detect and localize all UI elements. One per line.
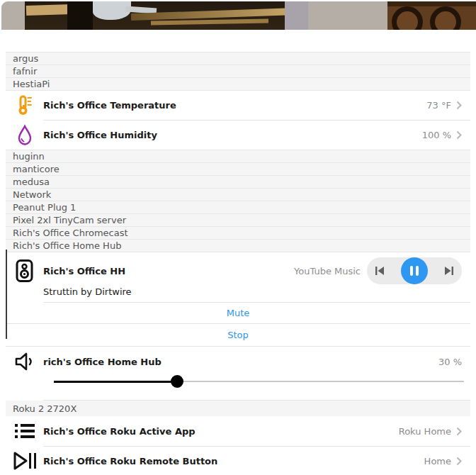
group-label: medusa — [13, 177, 50, 187]
list-item-huginn[interactable]: huginn — [6, 150, 470, 162]
slider-thumb[interactable] — [171, 375, 183, 388]
group-label: Network — [13, 189, 51, 200]
thermometer-icon — [6, 95, 43, 116]
group-label: manticore — [13, 164, 60, 174]
list-icon — [6, 422, 43, 440]
group-label: argus — [13, 53, 38, 64]
photo-shelf-band — [387, 1, 476, 6]
photo-door-strip — [285, 1, 308, 30]
group-label: Rich's Office Home Hub — [13, 240, 121, 251]
group-label: HestiaPi — [13, 79, 50, 89]
list-item-hestiapi[interactable]: HestiaPi — [6, 77, 470, 90]
chevron-right-icon — [456, 457, 462, 466]
entity-title: Rich's Office Humidity — [43, 130, 422, 140]
divider — [43, 400, 470, 401]
photo-bench — [26, 4, 72, 16]
scrollbar[interactable] — [6, 250, 7, 339]
group-label: Pixel 2xl TinyCam server — [13, 215, 126, 225]
list-item-office-chromecast[interactable]: Rich's Office Chromecast — [6, 226, 470, 239]
media-app-name: YouTube Music — [294, 266, 361, 276]
media-controls — [367, 257, 462, 284]
row-humidity-sensor[interactable]: Rich's Office Humidity 100 % — [6, 120, 470, 150]
entity-list: argus fafnir HestiaPi Rich's Office Temp… — [6, 52, 470, 475]
photo-wheel — [430, 6, 461, 30]
mute-label: Mute — [227, 308, 250, 318]
entity-value: Roku Home — [399, 426, 451, 437]
group-label: Rich's Office Chromecast — [13, 228, 128, 238]
stop-button[interactable]: Stop — [6, 324, 470, 347]
list-item-office-home-hub[interactable]: Rich's Office Home Hub — [6, 239, 470, 252]
chevron-right-icon — [456, 427, 462, 436]
entity-value: 73 °F — [426, 100, 451, 111]
media-track-title: Struttin by Dirtwire — [43, 286, 132, 297]
divider — [43, 446, 470, 447]
entity-title: Rich's Office Roku Active App — [43, 426, 399, 437]
row-media-player[interactable]: Rich's Office HH YouTube Music — [6, 252, 470, 303]
list-item-medusa[interactable]: medusa — [6, 175, 470, 188]
pause-icon — [410, 266, 419, 276]
photo-person-vest — [67, 1, 93, 30]
group-label: huginn — [13, 151, 45, 162]
chevron-right-icon — [456, 101, 462, 110]
slider-fill — [54, 381, 177, 383]
list-item-roku-2720x[interactable]: Roku 2 2720X — [6, 401, 470, 416]
volume-value: 30 % — [438, 357, 462, 367]
photo-plank — [151, 19, 268, 26]
entity-value: 100 % — [422, 130, 451, 140]
list-item-network[interactable]: Network — [6, 188, 470, 201]
photo-workbench-area — [25, 1, 285, 30]
row-roku-active-app[interactable]: Rich's Office Roku Active App Roku Home — [6, 416, 470, 446]
photo-wheel — [392, 6, 423, 30]
volume-slider[interactable] — [54, 375, 464, 388]
volume-title: rich's Office Home Hub — [43, 357, 438, 367]
volume-icon — [6, 352, 43, 371]
skip-previous-button[interactable] — [374, 265, 385, 276]
play-pause-icon — [6, 451, 43, 471]
entity-title: Rich's Office Temperature — [43, 100, 426, 111]
list-item-tinycam-server[interactable]: Pixel 2xl TinyCam server — [6, 213, 470, 226]
entity-value: Home — [424, 456, 451, 466]
divider — [43, 120, 470, 121]
divider — [43, 302, 470, 303]
stop-label: Stop — [227, 330, 249, 340]
entity-title: Rich's Office Roku Remote Button — [43, 456, 424, 466]
skip-next-button[interactable] — [443, 265, 455, 276]
list-item-fafnir[interactable]: fafnir — [6, 65, 470, 77]
header-photo[interactable] — [1, 1, 476, 30]
group-label: Peanut Plug 1 — [13, 202, 76, 213]
row-volume-control[interactable]: rich's Office Home Hub 30 % — [6, 347, 470, 401]
speaker-icon — [6, 259, 43, 283]
media-title: Rich's Office HH — [43, 266, 294, 276]
row-roku-remote-button[interactable]: Rich's Office Roku Remote Button Home — [6, 446, 470, 475]
list-item-manticore[interactable]: manticore — [6, 162, 470, 175]
mute-button[interactable]: Mute — [6, 303, 470, 324]
group-label: Roku 2 2720X — [13, 403, 76, 414]
water-drop-icon — [6, 124, 43, 145]
list-item-argus[interactable]: argus — [6, 52, 470, 65]
group-label: fafnir — [13, 66, 37, 77]
chevron-right-icon — [456, 130, 462, 140]
pause-button[interactable] — [401, 257, 428, 284]
photo-wheels-area — [387, 1, 476, 30]
row-temperature-sensor[interactable]: Rich's Office Temperature 73 °F — [6, 90, 470, 120]
list-item-peanut-plug[interactable]: Peanut Plug 1 — [6, 201, 470, 213]
